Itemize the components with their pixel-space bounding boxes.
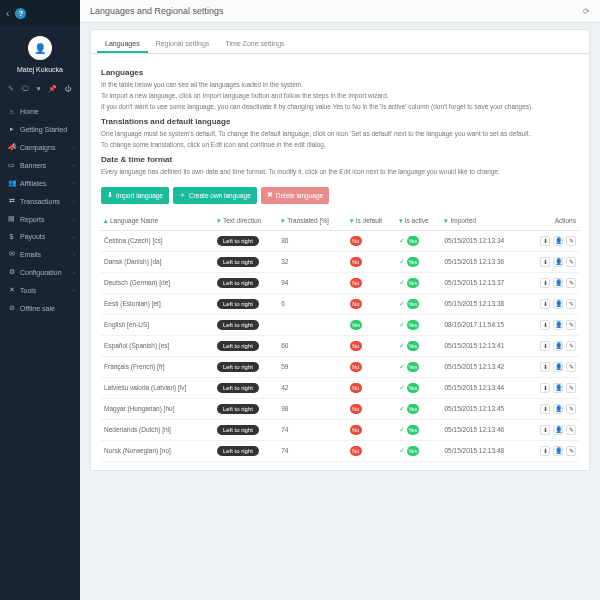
download-action-icon[interactable]: ⬇ bbox=[540, 299, 550, 309]
col-active[interactable]: ▾Is active bbox=[396, 212, 442, 231]
nav-item[interactable]: ▸Getting Started bbox=[0, 120, 80, 138]
download-action-icon[interactable]: ⬇ bbox=[540, 236, 550, 246]
delete-language-button[interactable]: ✖Delete language bbox=[261, 187, 329, 204]
username: Matej Kukucka bbox=[0, 66, 80, 73]
edit-action-icon[interactable]: ✎ bbox=[566, 362, 576, 372]
cell-actions: ⬇👤✎ bbox=[525, 230, 579, 251]
nav-item[interactable]: ⚙Configuration› bbox=[0, 263, 80, 281]
cell-actions: ⬇👤✎ bbox=[525, 293, 579, 314]
col-imported[interactable]: ▾Imported bbox=[441, 212, 525, 231]
check-icon: ✓ bbox=[399, 258, 405, 265]
download-action-icon[interactable]: ⬇ bbox=[540, 425, 550, 435]
tab-bar: LanguagesRegional settingsTime Zone sett… bbox=[91, 30, 589, 54]
nav-item[interactable]: 📣Campaigns› bbox=[0, 138, 80, 156]
download-action-icon[interactable]: ⬇ bbox=[540, 341, 550, 351]
nav-item[interactable]: ⊘Offline sale bbox=[0, 299, 80, 317]
help-icon[interactable]: ? bbox=[15, 8, 26, 19]
col-name[interactable]: ▴Language Name bbox=[101, 212, 214, 231]
cell-direction: Left to right bbox=[214, 419, 278, 440]
table-header-row: ▴Language Name ▾Text direction ▾Translat… bbox=[101, 212, 579, 231]
chevron-right-icon: › bbox=[73, 234, 75, 240]
nav-icon: 👥 bbox=[8, 179, 15, 187]
edit-action-icon[interactable]: ✎ bbox=[566, 425, 576, 435]
set-default-action-icon[interactable]: 👤 bbox=[553, 425, 563, 435]
set-default-action-icon[interactable]: 👤 bbox=[553, 236, 563, 246]
table-row: Français (French) [fr]Left to right59No✓… bbox=[101, 356, 579, 377]
edit-action-icon[interactable]: ✎ bbox=[566, 320, 576, 330]
edit-action-icon[interactable]: ✎ bbox=[566, 446, 576, 456]
nav-label: Transactions bbox=[20, 198, 60, 205]
edit-action-icon[interactable]: ✎ bbox=[566, 341, 576, 351]
refresh-icon[interactable]: ⟳ bbox=[583, 7, 590, 16]
nav-item[interactable]: ▤Reports› bbox=[0, 210, 80, 228]
check-icon: ✓ bbox=[399, 321, 405, 328]
download-action-icon[interactable]: ⬇ bbox=[540, 446, 550, 456]
cell-actions: ⬇👤✎ bbox=[525, 398, 579, 419]
col-translated[interactable]: ▾Translated [%] bbox=[278, 212, 347, 231]
set-default-action-icon[interactable]: 👤 bbox=[553, 278, 563, 288]
active-badge: Yes bbox=[407, 404, 419, 414]
import-language-button[interactable]: ⬇Import language bbox=[101, 187, 169, 204]
edit-action-icon[interactable]: ✎ bbox=[566, 299, 576, 309]
power-icon[interactable]: ⏻ bbox=[65, 85, 72, 93]
col-default[interactable]: ▾Is default bbox=[347, 212, 396, 231]
edit-action-icon[interactable]: ✎ bbox=[566, 236, 576, 246]
default-badge: No bbox=[350, 341, 362, 351]
chevron-right-icon: › bbox=[73, 162, 75, 168]
nav-label: Payouts bbox=[20, 233, 45, 240]
set-default-action-icon[interactable]: 👤 bbox=[553, 341, 563, 351]
cell-translated: 80 bbox=[278, 230, 347, 251]
table-row: Dansk (Danish) [da]Left to right32No✓Yes… bbox=[101, 251, 579, 272]
nav-item[interactable]: $Payouts› bbox=[0, 228, 80, 245]
set-default-action-icon[interactable]: 👤 bbox=[553, 299, 563, 309]
nav-icon: ✕ bbox=[8, 286, 15, 294]
default-badge: No bbox=[350, 299, 362, 309]
cell-default: No bbox=[347, 440, 396, 461]
heart-icon[interactable]: ♥ bbox=[36, 85, 40, 93]
direction-pill: Left to right bbox=[217, 362, 259, 372]
set-default-action-icon[interactable]: 👤 bbox=[553, 257, 563, 267]
pin-icon[interactable]: 📌 bbox=[48, 85, 57, 93]
download-action-icon[interactable]: ⬇ bbox=[540, 404, 550, 414]
set-default-action-icon[interactable]: 👤 bbox=[553, 383, 563, 393]
chevron-right-icon: › bbox=[73, 216, 75, 222]
nav-icon: ▭ bbox=[8, 161, 15, 169]
download-action-icon[interactable]: ⬇ bbox=[540, 257, 550, 267]
nav-item[interactable]: ⌂Home bbox=[0, 103, 80, 120]
nav-label: Reports bbox=[20, 216, 45, 223]
create-language-button[interactable]: ＋Create own language bbox=[173, 187, 257, 204]
cell-actions: ⬇👤✎ bbox=[525, 335, 579, 356]
monitor-icon[interactable]: 🖵 bbox=[22, 85, 29, 93]
nav-item[interactable]: 👥Affiliates› bbox=[0, 174, 80, 192]
nav-item[interactable]: ✕Tools› bbox=[0, 281, 80, 299]
direction-pill: Left to right bbox=[217, 404, 259, 414]
tab[interactable]: Regional settings bbox=[148, 36, 218, 53]
edit-action-icon[interactable]: ✎ bbox=[566, 404, 576, 414]
set-default-action-icon[interactable]: 👤 bbox=[553, 404, 563, 414]
nav-item[interactable]: ⇄Transactions› bbox=[0, 192, 80, 210]
set-default-action-icon[interactable]: 👤 bbox=[553, 362, 563, 372]
edit-icon[interactable]: ✎ bbox=[8, 85, 14, 93]
download-action-icon[interactable]: ⬇ bbox=[540, 278, 550, 288]
nav-item[interactable]: ✉Emails› bbox=[0, 245, 80, 263]
nav-icon: ⇄ bbox=[8, 197, 15, 205]
set-default-action-icon[interactable]: 👤 bbox=[553, 446, 563, 456]
edit-action-icon[interactable]: ✎ bbox=[566, 278, 576, 288]
col-direction[interactable]: ▾Text direction bbox=[214, 212, 278, 231]
profile-block: 👤 Matej Kukucka bbox=[0, 26, 80, 79]
download-action-icon[interactable]: ⬇ bbox=[540, 383, 550, 393]
tab[interactable]: Languages bbox=[97, 36, 148, 53]
avatar[interactable]: 👤 bbox=[28, 36, 52, 60]
edit-action-icon[interactable]: ✎ bbox=[566, 257, 576, 267]
back-icon[interactable]: ‹ bbox=[6, 8, 9, 19]
tab[interactable]: Time Zone settings bbox=[217, 36, 292, 53]
button-row: ⬇Import language ＋Create own language ✖D… bbox=[101, 187, 579, 204]
cell-active: ✓Yes bbox=[396, 314, 442, 335]
nav-item[interactable]: ▭Banners› bbox=[0, 156, 80, 174]
edit-action-icon[interactable]: ✎ bbox=[566, 383, 576, 393]
cell-translated: 32 bbox=[278, 251, 347, 272]
check-icon: ✓ bbox=[399, 447, 405, 454]
download-action-icon[interactable]: ⬇ bbox=[540, 362, 550, 372]
download-action-icon[interactable]: ⬇ bbox=[540, 320, 550, 330]
set-default-action-icon[interactable]: 👤 bbox=[553, 320, 563, 330]
